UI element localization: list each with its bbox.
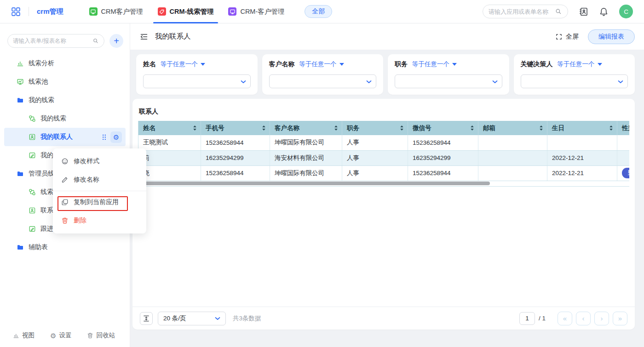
table-title: 联系人 bbox=[139, 108, 629, 116]
filter-bar: 姓名 等于任意一个 客户名称 等于任意一个 职务 等于任意一个 关键决策人 等于… bbox=[136, 54, 635, 95]
filter-head: 职务 等于任意一个 bbox=[395, 60, 502, 68]
app-window: crm管理 CRM客户管理CRM-线索管理CRM-客户管理 全部 C + 线索分… bbox=[0, 0, 644, 347]
sidebar-item-label: 我的线索 bbox=[40, 114, 66, 123]
drag-handle-icon[interactable] bbox=[102, 134, 107, 141]
first-page-button[interactable]: « bbox=[558, 312, 572, 325]
last-page-button[interactable]: » bbox=[613, 312, 627, 325]
app-tab-1[interactable]: CRM-线索管理 bbox=[150, 0, 221, 23]
table-cell: 15236258944 bbox=[201, 165, 270, 181]
filter-value-select[interactable] bbox=[269, 74, 377, 88]
flow-icon bbox=[29, 188, 36, 196]
sidebar-footer-1[interactable]: ⚙设置 bbox=[50, 331, 71, 340]
sidebar-footer-2[interactable]: 回收站 bbox=[87, 331, 115, 340]
report-header: 我的联系人 全屏 编辑报表 bbox=[130, 23, 644, 50]
sidebar-item-1[interactable]: 线索池 bbox=[0, 73, 130, 91]
folder-icon bbox=[17, 244, 24, 251]
form-search-input[interactable] bbox=[13, 38, 92, 44]
sidebar-item-4[interactable]: 我的联系人 ⚙ bbox=[4, 128, 126, 146]
filter-value-select[interactable] bbox=[143, 74, 251, 88]
chevron-down-icon bbox=[618, 79, 623, 85]
sort-icon[interactable] bbox=[609, 125, 613, 131]
filter-value-select[interactable] bbox=[521, 74, 628, 88]
filter-value-select[interactable] bbox=[395, 74, 502, 88]
flow-icon bbox=[29, 115, 36, 122]
filter-condition-dropdown[interactable]: 等于任意一个 bbox=[412, 60, 457, 68]
gender-badge: 男 bbox=[622, 168, 629, 178]
column-header-4[interactable]: 微信号 bbox=[408, 121, 478, 135]
contact-icon bbox=[29, 207, 36, 214]
filter-head: 关键决策人 等于任意一个 bbox=[521, 60, 628, 68]
apps-grid-icon[interactable] bbox=[11, 7, 21, 17]
prev-page-button[interactable]: ‹ bbox=[576, 312, 591, 325]
filter-condition-dropdown[interactable]: 等于任意一个 bbox=[161, 60, 205, 68]
filter-label: 客户名称 bbox=[269, 60, 295, 68]
filter-condition-dropdown[interactable]: 等于任意一个 bbox=[299, 60, 344, 68]
column-label: 手机号 bbox=[206, 124, 224, 132]
add-form-button[interactable]: + bbox=[109, 34, 123, 48]
menu-item-copy-to-app[interactable]: 复制到当前应用 bbox=[53, 193, 146, 211]
all-apps-pill[interactable]: 全部 bbox=[305, 5, 332, 18]
next-page-button[interactable]: › bbox=[594, 312, 609, 325]
scrollbar-thumb[interactable] bbox=[138, 182, 490, 185]
table-cell: 16235294299 bbox=[201, 150, 270, 165]
fullscreen-button[interactable]: 全屏 bbox=[555, 33, 579, 41]
sort-icon[interactable] bbox=[334, 125, 338, 131]
sidebar-item-label: 辅助表 bbox=[29, 243, 48, 251]
column-header-5[interactable]: 邮箱 bbox=[478, 121, 547, 135]
sidebar-item-0[interactable]: 线索分析 bbox=[0, 54, 130, 73]
page-number-input[interactable] bbox=[519, 312, 535, 325]
column-header-1[interactable]: 手机号 bbox=[201, 121, 270, 135]
column-header-6[interactable]: 生日 bbox=[547, 121, 617, 135]
sort-icon[interactable] bbox=[262, 125, 266, 131]
column-header-2[interactable]: 客户名称 bbox=[270, 121, 342, 135]
sort-icon[interactable] bbox=[400, 125, 404, 131]
column-header-0[interactable]: 姓名 bbox=[138, 121, 201, 135]
table-cell: 人事 bbox=[342, 135, 408, 150]
table-cell: 2022-12-21 bbox=[547, 165, 617, 181]
app-tab-0[interactable]: CRM客户管理 bbox=[82, 0, 150, 23]
collapse-sidebar-icon[interactable] bbox=[139, 32, 149, 41]
user-avatar[interactable]: C bbox=[619, 5, 633, 18]
sidebar-item-2[interactable]: 我的线索 bbox=[0, 91, 130, 109]
chart-icon bbox=[13, 332, 19, 339]
filter-condition-dropdown[interactable]: 等于任意一个 bbox=[558, 60, 602, 68]
footer-label: 回收站 bbox=[96, 331, 115, 340]
sort-icon[interactable] bbox=[193, 125, 197, 131]
filter-head: 姓名 等于任意一个 bbox=[143, 60, 251, 68]
row-height-button[interactable] bbox=[140, 312, 153, 325]
column-label: 微信号 bbox=[413, 124, 431, 132]
edit-report-button[interactable]: 编辑报表 bbox=[588, 29, 635, 44]
sidebar-item-3[interactable]: 我的线索 bbox=[0, 109, 130, 128]
sidebar-item-10[interactable]: 辅助表 bbox=[0, 238, 130, 256]
sort-icon[interactable] bbox=[470, 125, 474, 131]
table-cell bbox=[478, 150, 547, 165]
menu-item-rename[interactable]: 修改名称 bbox=[53, 171, 146, 189]
row-height-icon bbox=[143, 315, 150, 322]
contacts-book-icon[interactable] bbox=[579, 7, 588, 17]
caret-down-icon bbox=[452, 63, 457, 66]
sidebar-footer-0[interactable]: 视图 bbox=[13, 331, 34, 340]
form-context-menu: 修改样式 修改名称 复制到当前应用 删除 bbox=[53, 148, 146, 233]
chevron-down-icon bbox=[215, 316, 220, 321]
app-tab-label: CRM客户管理 bbox=[101, 7, 143, 16]
column-label: 职务 bbox=[347, 124, 359, 132]
menu-item-modify-style[interactable]: 修改样式 bbox=[53, 152, 146, 171]
menu-item-delete[interactable]: 删除 bbox=[53, 211, 146, 230]
table-cell bbox=[617, 150, 630, 165]
form-search[interactable] bbox=[7, 34, 104, 48]
workspace-home-link[interactable]: crm管理 bbox=[37, 7, 63, 16]
filter-label: 姓名 bbox=[143, 60, 156, 68]
footer-label: 设置 bbox=[59, 331, 71, 340]
sort-icon[interactable] bbox=[539, 125, 543, 131]
notification-bell-icon[interactable] bbox=[599, 7, 609, 17]
page-size-select[interactable]: 20 条/页 bbox=[158, 312, 226, 325]
chevron-down-icon bbox=[366, 79, 372, 85]
app-tab-2[interactable]: CRM-客户管理 bbox=[221, 0, 292, 23]
global-search[interactable] bbox=[483, 5, 568, 18]
table-cell: 坤曜国际有限公司 bbox=[270, 165, 342, 181]
column-header-3[interactable]: 职务 bbox=[342, 121, 408, 135]
column-header-7[interactable]: 性别 bbox=[617, 121, 630, 135]
footer-label: 视图 bbox=[22, 331, 34, 340]
global-search-input[interactable] bbox=[489, 8, 555, 15]
form-settings-gear-icon[interactable]: ⚙ bbox=[110, 131, 122, 143]
